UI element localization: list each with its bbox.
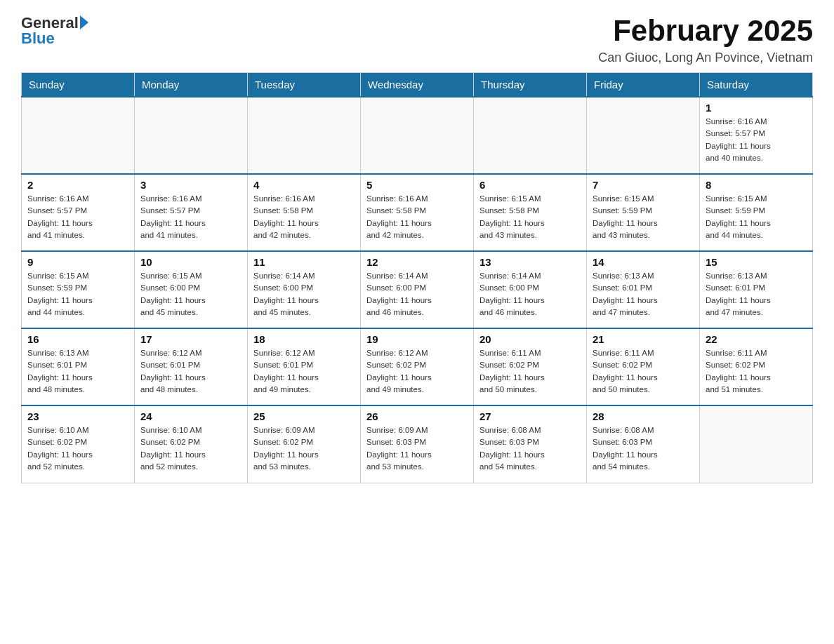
day-number: 10 xyxy=(140,256,241,268)
page-header: General Blue February 2025 Can Giuoc, Lo… xyxy=(21,14,813,65)
day-info: Sunrise: 6:13 AM Sunset: 6:01 PM Dayligh… xyxy=(27,347,128,396)
day-info: Sunrise: 6:16 AM Sunset: 5:58 PM Dayligh… xyxy=(253,193,355,241)
day-info: Sunrise: 6:16 AM Sunset: 5:57 PM Dayligh… xyxy=(706,116,807,164)
day-number: 22 xyxy=(706,333,807,345)
day-info: Sunrise: 6:11 AM Sunset: 6:02 PM Dayligh… xyxy=(706,347,807,396)
day-number: 12 xyxy=(366,256,468,268)
calendar-week-row: 23Sunrise: 6:10 AM Sunset: 6:02 PM Dayli… xyxy=(22,405,813,483)
day-info: Sunrise: 6:14 AM Sunset: 6:00 PM Dayligh… xyxy=(479,270,581,318)
calendar-cell: 14Sunrise: 6:13 AM Sunset: 6:01 PM Dayli… xyxy=(587,251,700,328)
day-info: Sunrise: 6:10 AM Sunset: 6:02 PM Dayligh… xyxy=(27,424,128,473)
calendar-cell: 9Sunrise: 6:15 AM Sunset: 5:59 PM Daylig… xyxy=(22,251,135,328)
day-number: 16 xyxy=(27,333,128,345)
day-info: Sunrise: 6:12 AM Sunset: 6:01 PM Dayligh… xyxy=(140,347,241,396)
day-info: Sunrise: 6:10 AM Sunset: 6:02 PM Dayligh… xyxy=(140,424,241,473)
calendar-cell xyxy=(248,97,361,174)
calendar-cell: 4Sunrise: 6:16 AM Sunset: 5:58 PM Daylig… xyxy=(248,174,361,251)
calendar-header-monday: Monday xyxy=(135,73,248,98)
day-info: Sunrise: 6:15 AM Sunset: 5:59 PM Dayligh… xyxy=(706,193,807,241)
day-number: 18 xyxy=(253,333,355,345)
calendar-cell: 1Sunrise: 6:16 AM Sunset: 5:57 PM Daylig… xyxy=(700,97,813,174)
calendar-cell xyxy=(700,405,813,483)
logo-blue-text: Blue xyxy=(21,29,55,48)
calendar-cell: 16Sunrise: 6:13 AM Sunset: 6:01 PM Dayli… xyxy=(22,328,135,405)
calendar-cell xyxy=(587,97,700,174)
day-number: 25 xyxy=(253,410,355,422)
subtitle: Can Giuoc, Long An Povince, Vietnam xyxy=(598,51,813,65)
calendar-cell: 10Sunrise: 6:15 AM Sunset: 6:00 PM Dayli… xyxy=(135,251,248,328)
day-number: 4 xyxy=(253,179,355,191)
day-number: 21 xyxy=(593,333,694,345)
calendar-week-row: 16Sunrise: 6:13 AM Sunset: 6:01 PM Dayli… xyxy=(22,328,813,405)
day-number: 8 xyxy=(706,179,807,191)
day-number: 2 xyxy=(27,179,128,191)
day-number: 19 xyxy=(366,333,468,345)
day-number: 5 xyxy=(366,179,468,191)
calendar-cell: 5Sunrise: 6:16 AM Sunset: 5:58 PM Daylig… xyxy=(361,174,474,251)
day-info: Sunrise: 6:16 AM Sunset: 5:57 PM Dayligh… xyxy=(27,193,128,241)
calendar-week-row: 1Sunrise: 6:16 AM Sunset: 5:57 PM Daylig… xyxy=(22,97,813,174)
day-number: 20 xyxy=(479,333,581,345)
day-number: 26 xyxy=(366,410,468,422)
calendar-cell: 27Sunrise: 6:08 AM Sunset: 6:03 PM Dayli… xyxy=(474,405,587,483)
calendar-cell: 6Sunrise: 6:15 AM Sunset: 5:58 PM Daylig… xyxy=(474,174,587,251)
calendar-header-wednesday: Wednesday xyxy=(361,73,474,98)
day-info: Sunrise: 6:15 AM Sunset: 5:59 PM Dayligh… xyxy=(27,270,128,318)
day-info: Sunrise: 6:13 AM Sunset: 6:01 PM Dayligh… xyxy=(593,270,694,318)
day-number: 27 xyxy=(479,410,581,422)
calendar-cell: 11Sunrise: 6:14 AM Sunset: 6:00 PM Dayli… xyxy=(248,251,361,328)
day-info: Sunrise: 6:13 AM Sunset: 6:01 PM Dayligh… xyxy=(706,270,807,318)
calendar-cell: 8Sunrise: 6:15 AM Sunset: 5:59 PM Daylig… xyxy=(700,174,813,251)
day-number: 15 xyxy=(706,256,807,268)
calendar-cell: 20Sunrise: 6:11 AM Sunset: 6:02 PM Dayli… xyxy=(474,328,587,405)
calendar-cell: 15Sunrise: 6:13 AM Sunset: 6:01 PM Dayli… xyxy=(700,251,813,328)
calendar-table: SundayMondayTuesdayWednesdayThursdayFrid… xyxy=(21,72,813,483)
day-number: 7 xyxy=(593,179,694,191)
calendar-cell: 25Sunrise: 6:09 AM Sunset: 6:02 PM Dayli… xyxy=(248,405,361,483)
calendar-cell xyxy=(361,97,474,174)
day-number: 3 xyxy=(140,179,241,191)
calendar-cell: 24Sunrise: 6:10 AM Sunset: 6:02 PM Dayli… xyxy=(135,405,248,483)
day-info: Sunrise: 6:11 AM Sunset: 6:02 PM Dayligh… xyxy=(479,347,581,396)
day-number: 11 xyxy=(253,256,355,268)
calendar-header-sunday: Sunday xyxy=(22,73,135,98)
day-number: 17 xyxy=(140,333,241,345)
day-info: Sunrise: 6:16 AM Sunset: 5:58 PM Dayligh… xyxy=(366,193,468,241)
calendar-cell: 2Sunrise: 6:16 AM Sunset: 5:57 PM Daylig… xyxy=(22,174,135,251)
calendar-header-friday: Friday xyxy=(587,73,700,98)
calendar-cell: 28Sunrise: 6:08 AM Sunset: 6:03 PM Dayli… xyxy=(587,405,700,483)
calendar-header-row: SundayMondayTuesdayWednesdayThursdayFrid… xyxy=(22,73,813,98)
calendar-cell xyxy=(135,97,248,174)
calendar-cell: 19Sunrise: 6:12 AM Sunset: 6:02 PM Dayli… xyxy=(361,328,474,405)
calendar-cell: 23Sunrise: 6:10 AM Sunset: 6:02 PM Dayli… xyxy=(22,405,135,483)
day-info: Sunrise: 6:08 AM Sunset: 6:03 PM Dayligh… xyxy=(593,424,694,473)
day-number: 28 xyxy=(593,410,694,422)
calendar-cell: 3Sunrise: 6:16 AM Sunset: 5:57 PM Daylig… xyxy=(135,174,248,251)
calendar-week-row: 2Sunrise: 6:16 AM Sunset: 5:57 PM Daylig… xyxy=(22,174,813,251)
calendar-header-tuesday: Tuesday xyxy=(248,73,361,98)
day-info: Sunrise: 6:08 AM Sunset: 6:03 PM Dayligh… xyxy=(479,424,581,473)
day-number: 24 xyxy=(140,410,241,422)
day-number: 14 xyxy=(593,256,694,268)
title-section: February 2025 Can Giuoc, Long An Povince… xyxy=(598,14,813,65)
day-info: Sunrise: 6:16 AM Sunset: 5:57 PM Dayligh… xyxy=(140,193,241,241)
calendar-cell: 18Sunrise: 6:12 AM Sunset: 6:01 PM Dayli… xyxy=(248,328,361,405)
day-info: Sunrise: 6:12 AM Sunset: 6:02 PM Dayligh… xyxy=(366,347,468,396)
day-number: 13 xyxy=(479,256,581,268)
day-info: Sunrise: 6:14 AM Sunset: 6:00 PM Dayligh… xyxy=(253,270,355,318)
day-number: 23 xyxy=(27,410,128,422)
calendar-cell: 17Sunrise: 6:12 AM Sunset: 6:01 PM Dayli… xyxy=(135,328,248,405)
calendar-cell xyxy=(22,97,135,174)
logo-arrow-icon xyxy=(80,15,88,29)
logo: General Blue xyxy=(21,14,88,48)
calendar-cell: 12Sunrise: 6:14 AM Sunset: 6:00 PM Dayli… xyxy=(361,251,474,328)
day-info: Sunrise: 6:15 AM Sunset: 5:59 PM Dayligh… xyxy=(593,193,694,241)
day-info: Sunrise: 6:11 AM Sunset: 6:02 PM Dayligh… xyxy=(593,347,694,396)
calendar-week-row: 9Sunrise: 6:15 AM Sunset: 5:59 PM Daylig… xyxy=(22,251,813,328)
calendar-cell: 21Sunrise: 6:11 AM Sunset: 6:02 PM Dayli… xyxy=(587,328,700,405)
day-number: 1 xyxy=(706,102,807,114)
day-info: Sunrise: 6:12 AM Sunset: 6:01 PM Dayligh… xyxy=(253,347,355,396)
day-info: Sunrise: 6:15 AM Sunset: 5:58 PM Dayligh… xyxy=(479,193,581,241)
calendar-header-saturday: Saturday xyxy=(700,73,813,98)
day-number: 6 xyxy=(479,179,581,191)
